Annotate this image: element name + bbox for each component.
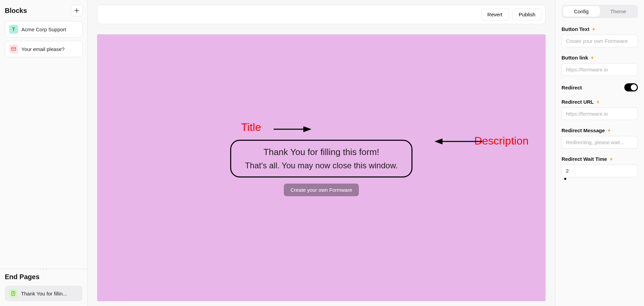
block-item-label: Acme Corp Support bbox=[21, 27, 66, 32]
blocks-header: Blocks bbox=[5, 5, 82, 16]
bullet-indicator bbox=[564, 178, 566, 180]
text-icon: T bbox=[9, 25, 18, 34]
redirect-message-input[interactable] bbox=[562, 136, 638, 149]
endpages-title: End Pages bbox=[5, 273, 82, 281]
revert-button[interactable]: Revert bbox=[481, 8, 509, 20]
create-formware-button[interactable]: Create your own Formware bbox=[284, 184, 359, 196]
form-description: That's all. You may now close this windo… bbox=[245, 161, 398, 170]
tab-theme[interactable]: Theme bbox=[600, 6, 637, 17]
config-tabbar: Config Theme bbox=[562, 5, 638, 18]
doc-icon bbox=[9, 289, 18, 298]
tab-config[interactable]: Config bbox=[563, 6, 600, 17]
toggle-knob bbox=[631, 84, 637, 90]
bolt-icon bbox=[596, 100, 601, 104]
block-item-text[interactable]: T Acme Corp Support bbox=[5, 21, 82, 37]
arrow-description bbox=[435, 138, 482, 145]
annotation-box: Thank You for filling this form! That's … bbox=[230, 140, 412, 177]
field-button-text: Button Text bbox=[562, 26, 638, 47]
svg-marker-5 bbox=[435, 139, 442, 144]
right-config-panel: Config Theme Button Text Button link Red… bbox=[555, 0, 644, 306]
redirect-wait-label: Redirect Wait Time bbox=[562, 156, 607, 162]
field-redirect-url: Redirect URL bbox=[562, 99, 638, 120]
grip-icon: ⋮⋮⋮ bbox=[39, 268, 48, 271]
button-text-input[interactable] bbox=[562, 35, 638, 47]
button-link-input[interactable] bbox=[562, 63, 638, 76]
field-button-link: Button link bbox=[562, 55, 638, 76]
plus-icon bbox=[74, 8, 79, 13]
sidebar-divider[interactable]: ⋮⋮⋮ bbox=[5, 265, 82, 273]
publish-button[interactable]: Publish bbox=[512, 8, 542, 20]
endpage-item-thankyou[interactable]: Thank You for fillin... bbox=[5, 286, 82, 301]
block-item-label: Your email please? bbox=[21, 46, 65, 52]
bolt-icon bbox=[591, 27, 596, 32]
left-sidebar: Blocks T Acme Corp Support Your email pl… bbox=[0, 0, 88, 306]
field-redirect: Redirect bbox=[562, 83, 638, 91]
bolt-icon bbox=[609, 157, 614, 162]
field-redirect-wait: Redirect Wait Time bbox=[562, 156, 638, 180]
block-item-email[interactable]: Your email please? bbox=[5, 41, 82, 57]
annotation-title-label: Title bbox=[241, 121, 261, 134]
redirect-message-label: Redirect Message bbox=[562, 128, 605, 133]
redirect-url-label: Redirect URL bbox=[562, 99, 594, 105]
bolt-icon bbox=[607, 128, 612, 133]
editor-toolbar: Revert Publish bbox=[97, 5, 546, 24]
mail-icon bbox=[9, 45, 18, 53]
canvas-wrapper: Thank You for filling this form! That's … bbox=[97, 34, 546, 301]
button-text-label: Button Text bbox=[562, 26, 589, 32]
svg-marker-3 bbox=[303, 126, 311, 132]
arrow-title bbox=[274, 126, 311, 133]
endpage-item-label: Thank You for fillin... bbox=[21, 291, 67, 296]
center-area: Revert Publish Thank You for filling thi… bbox=[88, 0, 555, 306]
redirect-label: Redirect bbox=[562, 85, 582, 90]
redirect-url-input[interactable] bbox=[562, 107, 638, 120]
redirect-wait-input[interactable] bbox=[562, 165, 638, 177]
add-block-button[interactable] bbox=[71, 5, 82, 16]
blocks-title: Blocks bbox=[5, 7, 27, 15]
bolt-icon bbox=[590, 55, 595, 60]
field-redirect-message: Redirect Message bbox=[562, 128, 638, 149]
form-title: Thank You for filling this form! bbox=[263, 147, 379, 157]
button-link-label: Button link bbox=[562, 55, 588, 61]
redirect-toggle[interactable] bbox=[624, 83, 638, 91]
form-preview-canvas[interactable]: Thank You for filling this form! That's … bbox=[97, 34, 546, 301]
